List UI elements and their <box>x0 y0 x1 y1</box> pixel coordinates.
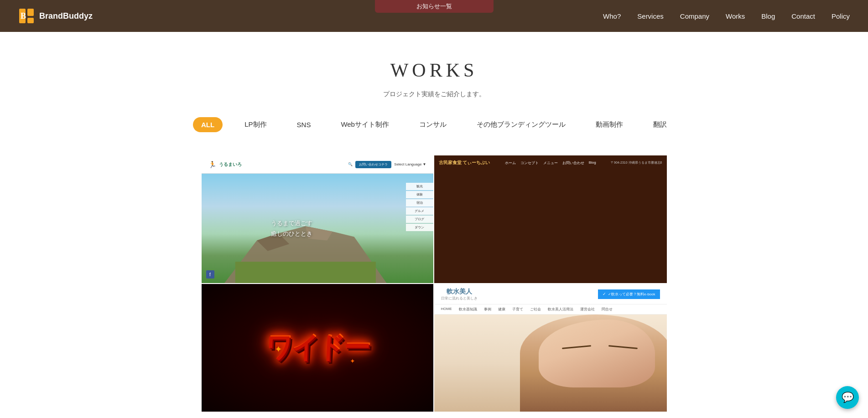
page-subtitle: プロジェクト実績をご紹介します。 <box>0 90 868 98</box>
svg-rect-7 <box>235 262 376 283</box>
work-card-uruma[interactable]: 🏃 うるまいろ 🔍 お問い合わせコチラ Select Language ▼ <box>202 155 434 284</box>
chat-bubble[interactable]: 💬 <box>836 386 859 409</box>
filter-translation[interactable]: 翻訳 <box>645 117 675 133</box>
main-nav: Who? Services Company Works Blog Contact… <box>603 12 850 20</box>
furusato-header: 古民家食堂 てぃーちぶい ホームコンセプトメニューお問い合わせBlog 〒904… <box>434 155 667 170</box>
uruma-logo: うるまいろ <box>219 161 242 168</box>
filter-consul[interactable]: コンサル <box>411 117 455 133</box>
chat-icon: 💬 <box>842 392 854 403</box>
kosui-logo: 軟水美人 <box>441 288 478 296</box>
header: お知らせ一覧 B BrandBuddyz Who? Services Compa… <box>0 0 868 32</box>
filter-lp[interactable]: LP制作 <box>236 117 275 133</box>
svg-rect-2 <box>27 18 34 23</box>
work-card-kosui[interactable]: 軟水美人 日常に流れると美しき ✓ ✓軟水って必要？無料e-book HOME軟… <box>434 284 667 412</box>
kosui-badge: ✓軟水って必要？無料e-book <box>608 292 655 297</box>
logo-icon: B <box>18 8 35 24</box>
filter-sns[interactable]: SNS <box>289 117 319 132</box>
nav-contact[interactable]: Contact <box>791 12 815 20</box>
nav-who[interactable]: Who? <box>603 12 621 20</box>
filter-web[interactable]: Webサイト制作 <box>333 117 397 133</box>
nav-company[interactable]: Company <box>680 12 709 20</box>
logo-text: BrandBuddyz <box>39 11 93 21</box>
nav-works[interactable]: Works <box>726 12 745 20</box>
notification-bar[interactable]: お知らせ一覧 <box>375 0 494 13</box>
filter-video[interactable]: 動画制作 <box>587 117 631 133</box>
nav-blog[interactable]: Blog <box>761 12 775 20</box>
filter-bar: ALL LP制作 SNS Webサイト制作 コンサル その他ブランディングツール… <box>0 117 868 133</box>
notification-text: お知らせ一覧 <box>416 3 452 10</box>
filter-branding[interactable]: その他ブランディングツール <box>468 117 574 133</box>
svg-rect-1 <box>27 9 34 16</box>
work-card-graffiti[interactable]: ワイドー ✦ ✦ <box>202 284 434 412</box>
nav-services[interactable]: Services <box>637 12 664 20</box>
filter-all[interactable]: ALL <box>193 117 223 132</box>
works-grid: 🏃 うるまいろ 🔍 お問い合わせコチラ Select Language ▼ <box>183 155 685 412</box>
main-content: WORKS プロジェクト実績をご紹介します。 ALL LP制作 SNS Webサ… <box>0 32 868 418</box>
work-card-furusato[interactable]: 古民家食堂 てぃーちぶい ホームコンセプトメニューお問い合わせBlog 〒904… <box>434 155 667 284</box>
nav-policy[interactable]: Policy <box>832 12 850 20</box>
logo-area[interactable]: B BrandBuddyz <box>18 8 93 24</box>
svg-text:B: B <box>21 11 26 21</box>
page-title: WORKS <box>0 59 868 81</box>
kosui-subtitle: 日常に流れると美しき <box>441 296 478 301</box>
uruma-hero-text: うるまで過ごす 癒しのひととき <box>271 218 312 239</box>
